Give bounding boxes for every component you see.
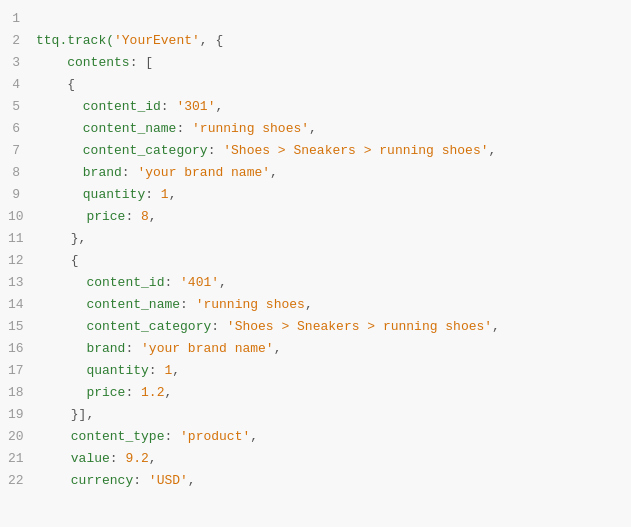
code-line: 14 content_name: 'running shoes,	[0, 294, 631, 316]
token-punctuation: :	[180, 297, 196, 312]
token-key: content_type	[40, 429, 165, 444]
line-content: value: 9.2,	[40, 448, 623, 470]
token-punctuation: :	[149, 363, 165, 378]
line-content: content_id: '401',	[40, 272, 623, 294]
line-content: contents: [	[36, 52, 623, 74]
line-content: price: 8,	[40, 206, 623, 228]
token-key: currency	[40, 473, 134, 488]
code-line: 2ttq.track('YourEvent', {	[0, 30, 631, 52]
token-punctuation: ,	[169, 187, 177, 202]
line-number: 21	[8, 448, 40, 470]
token-punctuation: :	[122, 165, 138, 180]
token-punctuation: }],	[40, 407, 95, 422]
line-number: 15	[8, 316, 40, 338]
token-punctuation: ,	[219, 275, 227, 290]
line-number: 17	[8, 360, 40, 382]
token-number: 8	[141, 209, 149, 224]
code-line: 16 brand: 'your brand name',	[0, 338, 631, 360]
token-key: price	[40, 385, 126, 400]
token-punctuation: {	[36, 77, 75, 92]
token-string: 'Shoes > Sneakers > running shoes'	[223, 143, 488, 158]
code-line: 11 },	[0, 228, 631, 250]
token-punctuation: ,	[250, 429, 258, 444]
token-key: contents	[36, 55, 130, 70]
token-punctuation: ,	[149, 451, 157, 466]
token-punctuation: :	[208, 143, 224, 158]
token-key: content_category	[40, 319, 212, 334]
line-content: {	[40, 250, 623, 272]
token-key: content_id	[36, 99, 161, 114]
line-content: content_name: 'running shoes,	[40, 294, 623, 316]
line-content: content_category: 'Shoes > Sneakers > ru…	[40, 316, 623, 338]
token-string: 'your brand name'	[141, 341, 274, 356]
line-number: 5	[8, 96, 36, 118]
token-string: 'product'	[180, 429, 250, 444]
token-punctuation: ,	[270, 165, 278, 180]
line-number: 1	[8, 8, 36, 30]
token-punctuation: ,	[172, 363, 180, 378]
line-number: 8	[8, 162, 36, 184]
token-string: 'Shoes > Sneakers > running shoes'	[227, 319, 492, 334]
line-content: }],	[40, 404, 623, 426]
token-punctuation: ,	[274, 341, 282, 356]
token-punctuation: :	[125, 385, 141, 400]
token-key: content_name	[36, 121, 176, 136]
token-punctuation: :	[133, 473, 149, 488]
token-punctuation: , {	[200, 33, 223, 48]
line-content: ttq.track('YourEvent', {	[36, 30, 623, 52]
line-number: 2	[8, 30, 36, 52]
line-number: 12	[8, 250, 40, 272]
token-punctuation: : [	[130, 55, 153, 70]
token-string: 'running shoes'	[192, 121, 309, 136]
line-number: 18	[8, 382, 40, 404]
line-number: 19	[8, 404, 40, 426]
token-punctuation: :	[161, 99, 177, 114]
line-content: content_category: 'Shoes > Sneakers > ru…	[36, 140, 623, 162]
line-content: brand: 'your brand name',	[36, 162, 623, 184]
code-line: 1	[0, 8, 631, 30]
line-number: 4	[8, 74, 36, 96]
token-punctuation: :	[211, 319, 227, 334]
token-punctuation: ,	[489, 143, 497, 158]
token-number: 1	[161, 187, 169, 202]
token-key: brand	[40, 341, 126, 356]
code-line: 6 content_name: 'running shoes',	[0, 118, 631, 140]
line-content: content_name: 'running shoes',	[36, 118, 623, 140]
code-line: 9 quantity: 1,	[0, 184, 631, 206]
code-line: 22 currency: 'USD',	[0, 470, 631, 492]
token-punctuation: :	[145, 187, 161, 202]
token-punctuation: ,	[492, 319, 500, 334]
code-line: 12 {	[0, 250, 631, 272]
token-punctuation: ,	[215, 99, 223, 114]
token-punctuation: ,	[164, 385, 172, 400]
line-number: 3	[8, 52, 36, 74]
line-number: 6	[8, 118, 36, 140]
code-line: 20 content_type: 'product',	[0, 426, 631, 448]
code-line: 15 content_category: 'Shoes > Sneakers >…	[0, 316, 631, 338]
line-number: 20	[8, 426, 40, 448]
line-number: 22	[8, 470, 40, 492]
line-number: 11	[8, 228, 40, 250]
line-content: quantity: 1,	[40, 360, 623, 382]
token-punctuation: :	[110, 451, 126, 466]
code-line: 3 contents: [	[0, 52, 631, 74]
token-function-call: ttq.track(	[36, 33, 114, 48]
line-content: quantity: 1,	[36, 184, 623, 206]
token-string: 'running shoes	[196, 297, 305, 312]
token-string: '301'	[176, 99, 215, 114]
line-content: content_type: 'product',	[40, 426, 623, 448]
token-punctuation: ,	[149, 209, 157, 224]
line-number: 16	[8, 338, 40, 360]
code-line: 19 }],	[0, 404, 631, 426]
line-content: price: 1.2,	[40, 382, 623, 404]
line-content: {	[36, 74, 623, 96]
token-string: '401'	[180, 275, 219, 290]
code-line: 7 content_category: 'Shoes > Sneakers > …	[0, 140, 631, 162]
line-number: 7	[8, 140, 36, 162]
token-string: 'USD'	[149, 473, 188, 488]
token-punctuation: :	[164, 429, 180, 444]
code-container: 12ttq.track('YourEvent', {3 contents: [4…	[0, 0, 631, 527]
code-line: 10 price: 8,	[0, 206, 631, 228]
token-string: 'your brand name'	[137, 165, 270, 180]
token-number: 1.2	[141, 385, 164, 400]
